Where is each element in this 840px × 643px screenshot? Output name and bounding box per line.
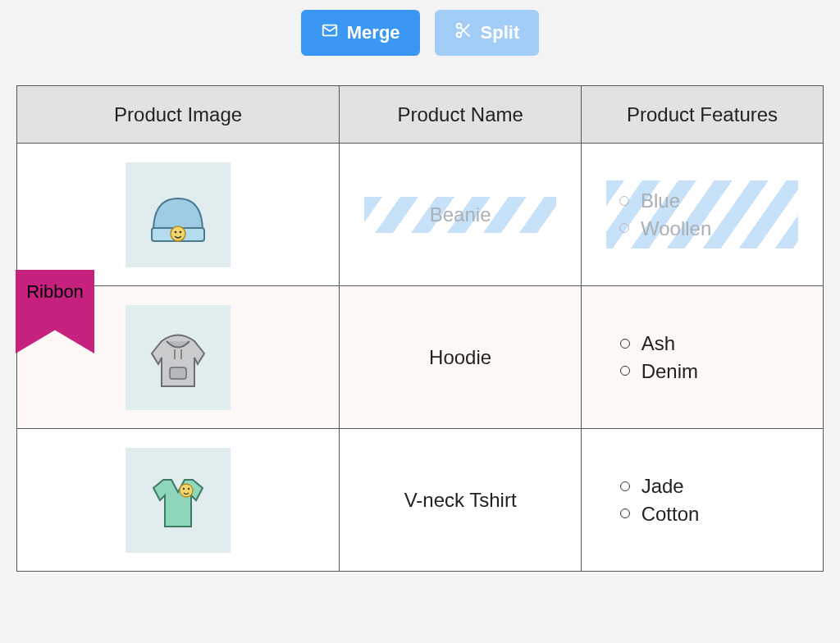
selection-highlight: Beanie	[364, 197, 556, 233]
feature-item: Jade	[619, 472, 790, 500]
cell-name[interactable]: V-neck Tshirt	[340, 429, 582, 572]
feature-item: Ash	[619, 330, 790, 358]
product-name: V-neck Tshirt	[404, 489, 517, 511]
feature-item: Cotton	[619, 500, 790, 528]
scissors-icon	[454, 21, 472, 44]
feature-item: Blue	[618, 187, 790, 215]
merge-label: Merge	[347, 22, 400, 43]
svg-point-1	[456, 24, 461, 29]
header-features: Product Features	[582, 86, 824, 144]
header-name: Product Name	[340, 86, 582, 144]
selection-highlight: Blue Woollen	[606, 180, 798, 249]
ribbon-badge: Ribbon	[16, 270, 94, 353]
svg-point-2	[456, 33, 461, 38]
products-table: Product Image Product Name Product Featu…	[16, 85, 824, 572]
svg-point-6	[171, 226, 185, 241]
svg-point-8	[180, 230, 182, 233]
product-image	[126, 448, 231, 553]
table-row[interactable]: Ribbon Hoodie	[17, 286, 824, 429]
feature-item: Woollen	[618, 215, 790, 243]
product-image	[126, 162, 231, 267]
product-image	[126, 305, 231, 410]
svg-point-13	[183, 487, 185, 489]
cell-image[interactable]	[17, 144, 340, 286]
cell-features[interactable]: Ash Denim	[582, 286, 824, 429]
product-name: Hoodie	[429, 346, 491, 368]
cell-name[interactable]: Beanie	[340, 144, 582, 286]
feature-item: Denim	[619, 358, 790, 385]
svg-rect-9	[170, 367, 186, 379]
cell-image[interactable]	[17, 429, 340, 572]
toolbar: Merge Split	[0, 10, 840, 56]
cell-features[interactable]: Blue Woollen	[582, 144, 824, 286]
svg-point-14	[188, 487, 189, 489]
ribbon-label: Ribbon	[26, 281, 84, 302]
cell-name[interactable]: Hoodie	[340, 286, 582, 429]
split-label: Split	[481, 22, 520, 43]
split-button[interactable]: Split	[435, 10, 540, 56]
header-image: Product Image	[17, 86, 340, 144]
table-row[interactable]: V-neck Tshirt Jade Cotton	[17, 429, 824, 572]
cell-image[interactable]: Ribbon	[17, 286, 340, 429]
table-row[interactable]: Beanie Blue Woollen	[17, 144, 824, 286]
cell-features[interactable]: Jade Cotton	[582, 429, 824, 572]
svg-point-7	[175, 230, 177, 233]
merge-button[interactable]: Merge	[301, 10, 420, 56]
svg-point-12	[180, 484, 193, 497]
merge-icon	[321, 21, 339, 44]
product-name: Beanie	[430, 203, 491, 226]
